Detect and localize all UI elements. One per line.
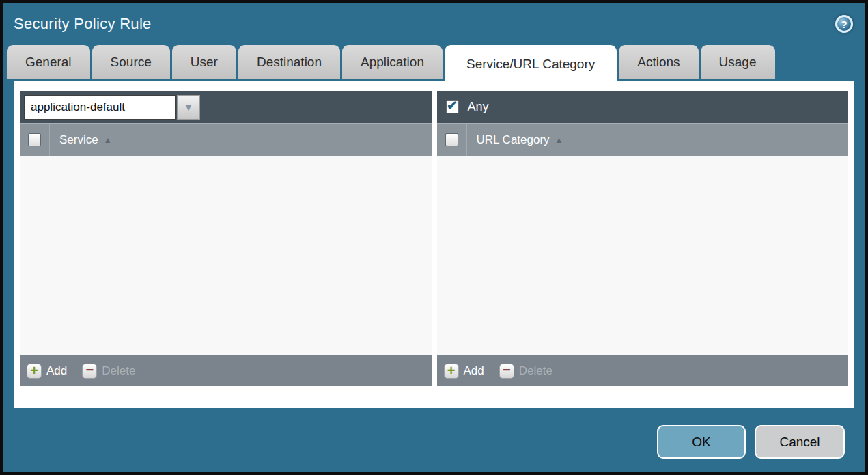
service-footer: + Add − Delete [20,355,432,386]
url-category-delete-button[interactable]: − Delete [499,364,552,379]
titlebar: Security Policy Rule ? [3,3,865,45]
service-column-header[interactable]: Service [59,133,98,147]
security-policy-rule-dialog: Security Policy Rule ? General Source Us… [0,0,868,475]
tab-actions[interactable]: Actions [619,45,698,79]
service-toolbar: application-default ▼ [20,91,432,123]
tab-bar: General Source User Destination Applicat… [3,45,865,81]
sort-asc-icon[interactable]: ▲ [104,135,112,145]
tab-content: application-default ▼ Service ▲ + Add [14,81,854,408]
service-add-button[interactable]: + Add [27,364,67,379]
url-category-select-all-checkbox[interactable] [445,133,458,146]
service-delete-button[interactable]: − Delete [82,364,135,379]
service-type-value[interactable]: application-default [24,95,176,120]
dialog-title: Security Policy Rule [14,15,152,33]
url-category-panel: ✔ Any URL Category ▲ + Add − Delete [437,91,849,386]
sort-asc-icon[interactable]: ▲ [555,135,563,145]
service-table-header: Service ▲ [20,123,432,156]
url-category-add-button[interactable]: + Add [444,364,484,379]
tab-service-url-category[interactable]: Service/URL Category [445,45,617,83]
any-label: Any [468,100,489,114]
url-category-footer: + Add − Delete [437,355,849,386]
minus-icon: − [82,364,97,379]
tab-usage[interactable]: Usage [701,45,775,79]
service-panel: application-default ▼ Service ▲ + Add [20,91,432,386]
check-icon: ✔ [447,99,458,112]
url-category-toolbar: ✔ Any [437,91,849,123]
url-category-select-all-cell [437,124,467,156]
dialog-button-row: OK Cancel [3,425,845,459]
minus-icon: − [499,364,514,379]
service-select-all-cell [20,124,50,156]
service-list[interactable] [20,156,432,355]
cancel-button[interactable]: Cancel [755,425,845,459]
url-category-column-header[interactable]: URL Category [477,133,550,147]
url-category-table-header: URL Category ▲ [437,123,849,156]
delete-label: Delete [102,364,135,378]
chevron-down-icon: ▼ [184,102,193,113]
tab-application[interactable]: Application [342,45,443,79]
add-label: Add [464,364,484,378]
add-label: Add [46,364,67,378]
delete-label: Delete [519,364,552,378]
tab-general[interactable]: General [7,45,90,79]
tab-source[interactable]: Source [92,45,170,79]
ok-button[interactable]: OK [657,425,746,459]
plus-icon: + [444,364,459,379]
any-checkbox[interactable]: ✔ [446,100,459,113]
service-select-all-checkbox[interactable] [28,133,41,146]
dropdown-button[interactable]: ▼ [177,95,200,120]
url-category-list[interactable] [437,156,849,355]
service-type-dropdown[interactable]: application-default ▼ [24,95,200,120]
plus-icon: + [27,364,42,379]
tab-destination[interactable]: Destination [238,45,340,79]
help-icon[interactable]: ? [835,15,853,33]
tab-user[interactable]: User [172,45,236,79]
